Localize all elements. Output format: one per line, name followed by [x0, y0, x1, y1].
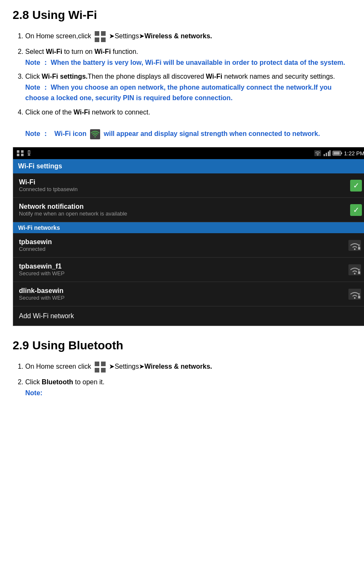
network-2-signal-icon — [348, 288, 362, 301]
section2-step-2: Click Bluetooth to open it. Note: — [25, 377, 351, 398]
step4-note-after: will appear and display signal strength … — [104, 130, 320, 137]
page-content: 2.8 Using Wi-Fi On Home screen,click ➤Se… — [0, 0, 364, 411]
step1-text-before: On Home screen,click — [25, 32, 91, 40]
svg-rect-16 — [328, 152, 329, 156]
wifi-toggle-title: Wi-Fi — [19, 178, 77, 186]
svg-rect-17 — [329, 150, 330, 156]
svg-rect-14 — [324, 154, 325, 156]
svg-rect-29 — [358, 296, 360, 298]
network-notification-title: Network notification — [19, 203, 127, 210]
step3-note: Note ： When you choose an open network, … — [25, 84, 332, 102]
section1-title: 2.8 Using Wi-Fi — [13, 8, 351, 22]
status-bar: 1:22 PM — [13, 147, 364, 159]
wifi-settings-header: Wi-Fi settings — [13, 159, 364, 173]
svg-point-13 — [317, 154, 318, 156]
section2-step1-middle: ➤Settings➤ — [109, 363, 144, 370]
network-1-signal-icon — [348, 263, 362, 276]
wifi-toggle-subtitle: Connected to tpbasewin — [19, 186, 77, 192]
section2-title: 2.9 Using Bluetooth — [13, 339, 351, 352]
status-bar-left — [16, 150, 32, 157]
network-0-text: tpbasewin Connected — [19, 238, 52, 252]
svg-point-22 — [354, 248, 356, 250]
section2-step1-bold: Wireless & networks. — [144, 363, 212, 370]
add-network-row[interactable]: Add Wi-Fi network — [13, 306, 364, 326]
svg-rect-32 — [95, 368, 99, 372]
step-3: Click Wi-Fi settings.Then the phone disp… — [25, 71, 351, 104]
svg-rect-5 — [17, 150, 19, 153]
phone-screenshot: 1:22 PM Wi-Fi settings Wi-Fi Connected t… — [13, 147, 364, 326]
step-2: Select Wi-Fi to turn on Wi-Fi function. … — [25, 46, 351, 68]
network-2-name: dlink-basewin — [19, 287, 64, 295]
network-row-0[interactable]: tpbasewin Connected — [13, 233, 364, 258]
svg-rect-7 — [17, 154, 19, 156]
section2-step-1: On Home screen click ➤Settings➤Wireless … — [25, 361, 351, 373]
network-0-signal-icon — [348, 239, 362, 252]
wifi-toggle-row[interactable]: Wi-Fi Connected to tpbasewin ✓ — [13, 173, 364, 198]
section2-step2-text: Click Bluetooth to open it. — [25, 378, 104, 386]
step1-text-middle: ➤Settings➤ — [109, 32, 144, 40]
network-row-2[interactable]: dlink-basewin Secured with WEP — [13, 282, 364, 306]
svg-rect-0 — [95, 31, 99, 36]
svg-rect-19 — [341, 152, 342, 154]
step2-note: Note ： When the battery is very low, Wi-… — [25, 59, 345, 66]
step-4: Click one of the Wi-Fi network to connec… — [25, 107, 351, 140]
wifi-checkbox[interactable]: ✓ — [350, 180, 362, 192]
svg-point-28 — [354, 297, 356, 299]
network-notification-row[interactable]: Network notification Notify me when an o… — [13, 198, 364, 222]
svg-rect-15 — [326, 153, 327, 156]
section2-step1-before: On Home screen click — [25, 363, 91, 370]
svg-rect-20 — [333, 152, 340, 155]
statusbar-time: 1:22 PM — [344, 150, 364, 157]
section1-steps: On Home screen,click ➤Settings➤Wireless … — [13, 30, 351, 140]
grid-icon — [94, 30, 106, 43]
svg-rect-3 — [101, 37, 106, 42]
section2-steps: On Home screen click ➤Settings➤Wireless … — [13, 361, 351, 398]
statusbar-grid-icon — [16, 150, 24, 157]
network-1-status: Secured with WEP — [19, 270, 64, 277]
step2-text: Select Wi-Fi to turn on Wi-Fi function. — [25, 48, 138, 55]
svg-rect-8 — [21, 154, 24, 156]
network-row-1[interactable]: tpbasewin_f1 Secured with WEP — [13, 258, 364, 282]
network-1-name: tpbasewin_f1 — [19, 263, 64, 270]
network-1-text: tpbasewin_f1 Secured with WEP — [19, 263, 64, 277]
wifi-toggle-text: Wi-Fi Connected to tpbasewin — [19, 178, 77, 192]
step3-text: Click Wi-Fi settings.Then the phone disp… — [25, 73, 335, 80]
svg-rect-6 — [21, 150, 24, 153]
svg-rect-31 — [101, 362, 106, 366]
step-1: On Home screen,click ➤Settings➤Wireless … — [25, 30, 351, 43]
network-2-text: dlink-basewin Secured with WEP — [19, 287, 64, 301]
svg-rect-1 — [101, 31, 106, 36]
statusbar-battery-icon — [332, 150, 343, 157]
step4-text: Click one of the Wi-Fi network to connec… — [25, 109, 150, 116]
network-notification-subtitle: Notify me when an open network is availa… — [19, 210, 127, 217]
svg-rect-33 — [101, 368, 106, 372]
svg-rect-26 — [358, 271, 360, 274]
svg-rect-23 — [358, 247, 360, 250]
statusbar-wifi-icon — [314, 150, 321, 157]
svg-rect-9 — [28, 151, 30, 154]
section2-grid-icon — [94, 361, 106, 373]
step1-text-bold: Wireless & networks. — [144, 32, 212, 40]
wifi-networks-header: Wi-Fi networks — [13, 222, 364, 233]
section2-step2-note: Note: — [25, 389, 43, 396]
step4-note: Note ： Wi-Fi icon will appear and displa… — [25, 130, 320, 137]
status-bar-right: 1:22 PM — [314, 150, 364, 157]
network-notification-checkbox[interactable]: ✓ — [350, 204, 362, 216]
svg-rect-2 — [95, 37, 99, 42]
svg-rect-30 — [95, 362, 99, 366]
statusbar-signal-icon — [323, 150, 331, 157]
network-notification-text: Network notification Notify me when an o… — [19, 203, 127, 217]
statusbar-usb-icon — [26, 150, 32, 157]
svg-point-25 — [354, 273, 356, 274]
network-0-name: tpbasewin — [19, 238, 52, 246]
wifi-note-icon — [89, 128, 101, 140]
network-2-status: Secured with WEP — [19, 295, 64, 301]
network-0-status: Connected — [19, 246, 52, 252]
